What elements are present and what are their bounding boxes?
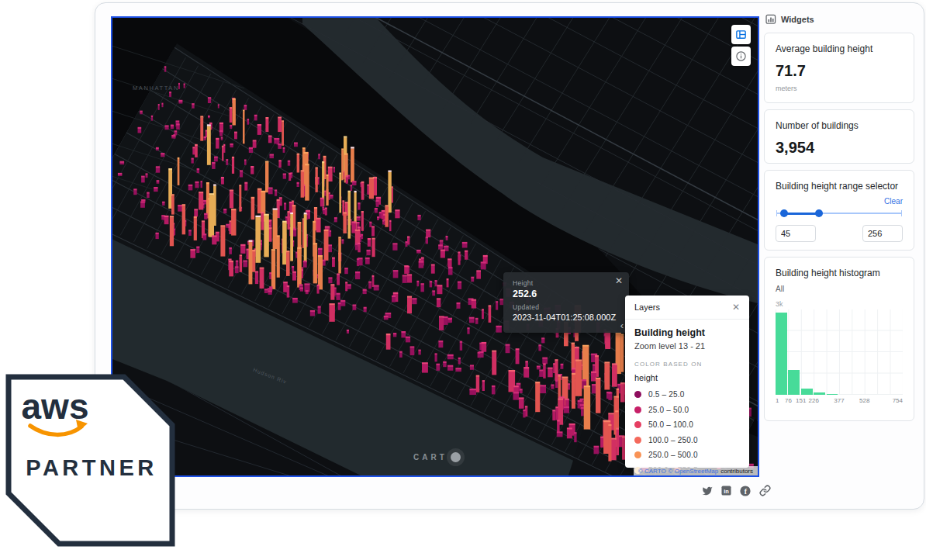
legend-color-dot [634,421,641,428]
widgets-sidebar: Widgets Average building height 71.7 met… [764,3,914,427]
legend-color-dot [634,451,641,458]
histogram-bar[interactable] [788,370,800,395]
share-link-icon[interactable] [759,485,771,496]
histogram-ymax-label: 3k [776,300,903,308]
legend-color-dot [634,406,641,413]
slider-handle-min[interactable] [780,209,788,217]
slider-end-tick [901,210,902,216]
tooltip-height-label: Height [513,279,620,287]
app-window: MANHATTAN Hudson Riv Height 252.6 Update… [95,2,924,510]
layers-panel-title: Layers [634,302,660,312]
legend-item-label: 25.0 – 50.0 [648,406,689,414]
carto-logo-dot [451,452,461,462]
tooltip-height-value: 252.6 [513,289,620,299]
histogram-x-label: 151 [796,397,806,404]
social-links: in f [702,485,771,496]
legend-item: 0.5 – 25.0 [634,390,740,399]
legend-item: 100.0 – 250.0 [634,436,740,444]
color-field: height [634,373,740,382]
carto-logo-letters: CART [413,453,447,461]
histogram-x-label: 1 [776,397,779,404]
histogram-x-label: 754 [893,397,903,404]
basemap-icon [735,29,747,40]
tooltip-updated-value: 2023-11-04T01:25:08.000Z [513,313,620,322]
slider-handle-max[interactable] [815,209,823,217]
widgets-icon [765,14,776,25]
height-range-slider[interactable] [776,208,902,219]
range-max-input[interactable] [862,225,903,242]
layers-panel: Layers ✕ Building height Zoom level 13 -… [625,296,749,468]
histogram-bar[interactable] [801,389,813,395]
histogram-bar[interactable] [814,392,825,395]
building-count-value: 3,954 [776,139,903,157]
twitter-icon[interactable] [702,486,713,496]
range-clear-button[interactable]: Clear [884,197,903,206]
legend-item-label: 50.0 – 100.0 [648,420,693,429]
svg-text:in: in [724,488,729,495]
avg-height-widget: Average building height 71.7 meters [764,33,914,103]
tooltip-close-icon[interactable]: ✕ [615,275,623,286]
facebook-icon[interactable]: f [740,486,751,496]
range-min-input[interactable] [776,225,816,242]
range-selector-title: Building height range selector [776,181,903,192]
legend-list: 0.5 – 25.025.0 – 50.050.0 – 100.0100.0 –… [634,390,740,475]
attribution-osm-link[interactable]: © OpenStreetMap [669,468,719,475]
map-region-label: MANHATTAN [133,85,179,92]
legend-color-dot [634,391,641,398]
histogram-x-label: 528 [859,397,869,404]
partner-label: PARTNER [26,455,157,480]
legend-item: 50.0 – 100.0 [634,420,740,429]
attribution-carto-link[interactable]: © CARTO [638,468,666,475]
slider-start-tick [776,210,777,216]
histogram-widget: Building height histogram All 3k 1761512… [764,257,914,421]
info-button[interactable] [731,47,751,66]
widgets-title: Widgets [781,15,814,24]
histogram-x-label: 377 [834,397,844,404]
range-selector-widget: Building height range selector Clear [764,170,914,251]
legend-item-label: 0.5 – 25.0 [648,390,684,399]
tooltip-collapse-icon[interactable]: ‹ [620,320,624,331]
histogram-x-axis: 176151226377528754 [776,397,903,406]
histogram-x-label: 226 [809,397,819,404]
slider-active-range[interactable] [784,213,819,215]
map-tooltip: Height 252.6 Updated 2023-11-04T01:25:08… [503,272,629,333]
legend-item-label: 100.0 – 250.0 [648,436,698,444]
histogram-filter-label: All [776,285,903,293]
color-based-on-label: COLOR BASED ON [634,361,740,368]
aws-partner-badge: aws PARTNER [2,370,179,551]
building-count-title: Number of buildings [776,120,903,131]
histogram-bar[interactable] [827,394,838,395]
linkedin-icon[interactable]: in [721,486,731,496]
legend-item: 250.0 – 500.0 [634,451,740,459]
legend-item-label: 250.0 – 500.0 [648,451,698,459]
basemap-button[interactable] [731,25,751,44]
attribution-suffix: contributors [720,468,753,475]
layer-name: Building height [634,327,740,338]
histogram-chart[interactable] [776,309,903,395]
histogram-x-label: 76 [785,397,792,404]
carto-logo: CART [413,452,461,462]
avg-height-value: 71.7 [776,62,903,80]
avg-height-unit: meters [776,85,903,92]
histogram-title: Building height histogram [776,268,903,278]
legend-item: 25.0 – 50.0 [634,406,740,414]
histogram-bar[interactable] [776,313,787,395]
layer-zoom-range: Zoom level 13 - 21 [634,341,740,351]
tooltip-updated-label: Updated [513,303,620,311]
legend-color-dot [634,437,641,444]
map-attribution: © CARTO © OpenStreetMap contributors [634,466,758,475]
avg-height-title: Average building height [776,43,903,54]
map-canvas[interactable]: MANHATTAN Hudson Riv Height 252.6 Update… [111,16,759,477]
info-icon [735,50,747,62]
layers-close-icon[interactable]: ✕ [732,302,740,313]
building-count-widget: Number of buildings 3,954 [764,109,914,164]
